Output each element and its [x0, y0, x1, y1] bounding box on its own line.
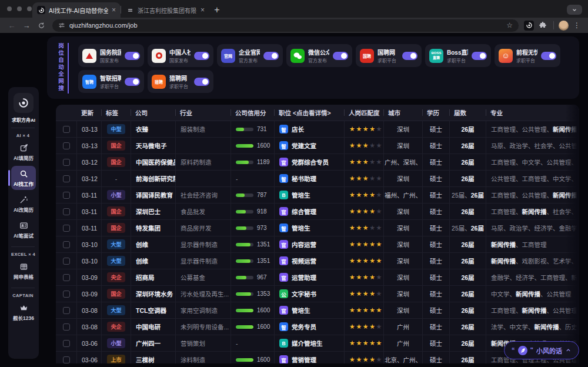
tab-close-icon[interactable]: × [112, 6, 116, 14]
row-checkbox[interactable] [63, 208, 70, 215]
row-checkbox[interactable] [63, 241, 70, 248]
job-title: 管培生 [292, 191, 310, 199]
row-checkbox[interactable] [63, 323, 70, 331]
window-close-button[interactable] [7, 6, 12, 11]
sidebar-item-label: 舰长1236 [13, 314, 34, 321]
row-checkbox[interactable] [63, 356, 70, 363]
star-icon: ★ [363, 241, 369, 248]
sidebar-item-table[interactable]: 网申表格 [11, 259, 36, 283]
grade: 26届 [449, 253, 486, 269]
job-title-cell[interactable]: 官内容运营 [274, 236, 344, 252]
job-title-cell[interactable]: 智党建文宣 [274, 138, 344, 154]
platform-toggle[interactable] [125, 78, 140, 86]
profile-avatar[interactable] [559, 21, 569, 31]
bookmark-star-icon[interactable]: ☆ [506, 21, 513, 29]
platform-toggle[interactable] [194, 52, 209, 60]
window-zoom-button[interactable] [27, 6, 32, 11]
table-body: 03-13中型衣臻服装制造731智店长★★★★★深圳硕士26届工商管理、公共管理… [56, 121, 579, 363]
row-date: 03-13 [76, 121, 101, 137]
credit-cell: 1353 [230, 286, 274, 302]
table-row: 03-06上市三棵树涂料制造1600官营销管理★★★★★北京、广州、硕士26届工… [56, 352, 579, 363]
grade: 26届 [449, 121, 486, 137]
grade: 25届、26届 [449, 220, 486, 236]
platform-toggle[interactable] [263, 52, 279, 60]
row-checkbox[interactable] [63, 142, 70, 149]
job-source-icon: 官 [279, 240, 288, 249]
tab-active[interactable]: AI找工作-AI自动替你全网找工… × [32, 2, 121, 18]
platform-cards: 国务院国资委国家发布中国人社部国家发布官网企业官网官方发布微信公众号官方发布国聘… [78, 44, 567, 93]
job-title-cell[interactable]: B管培生 [274, 187, 344, 203]
platform-toggle[interactable] [472, 52, 487, 60]
star-icon: ★ [349, 224, 356, 232]
credit-cell: - [230, 335, 274, 351]
job-title-cell[interactable]: 官营销管理 [274, 352, 344, 363]
job-title-cell[interactable]: 官运营助理 [274, 269, 344, 285]
sidebar-item-crown[interactable]: 舰长1236 [11, 300, 36, 324]
platform-toggle[interactable] [541, 52, 556, 60]
sidebar-item-search[interactable]: AI找工作 [11, 166, 36, 190]
platform-card-wechat: 微信公众号官方发布 [286, 44, 352, 67]
pinned-extension-icon[interactable] [524, 21, 534, 31]
degree: 硕士 [422, 302, 449, 318]
row-checkbox[interactable] [63, 126, 70, 133]
browser-menu-icon[interactable]: ⋮ [572, 21, 582, 29]
assistant-widget[interactable]: “ ” 小风的话 [504, 341, 579, 359]
new-tab-button[interactable]: + [209, 2, 225, 18]
job-title-cell[interactable]: B媒介管培生 [274, 335, 344, 351]
city: 广州 [383, 335, 422, 351]
star-icon: ★ [363, 191, 369, 199]
credit-bar [236, 292, 253, 296]
tab-close-icon[interactable]: × [201, 6, 205, 14]
sidebar-item-edit[interactable]: AI填简历 [11, 140, 36, 164]
platform-toggle[interactable] [402, 52, 417, 60]
row-checkbox[interactable] [63, 159, 70, 166]
star-icon: ★ [369, 208, 376, 215]
job-title-cell[interactable]: 公文字秘书 [274, 286, 344, 302]
window-minimize-button[interactable] [17, 6, 22, 11]
job-title-cell[interactable]: 智秘书助理 [274, 171, 344, 186]
match-stars: ★★★★★ [344, 171, 383, 186]
row-checkbox[interactable] [63, 258, 70, 265]
row-checkbox[interactable] [63, 192, 70, 199]
credit-bar-fill [236, 259, 250, 263]
job-title-cell[interactable]: 官党群综合专员 [274, 154, 344, 170]
row-checkbox[interactable] [63, 307, 70, 314]
tab-inactive[interactable]: 浙江吉利控股集团有限公司 - 校… × [121, 2, 209, 18]
sidebar-item-idcard[interactable]: AI笔面试 [11, 218, 36, 242]
job-title-cell[interactable]: 智党务专员 [274, 319, 344, 335]
star-icon: ★ [369, 306, 376, 314]
row-checkbox[interactable] [63, 340, 70, 347]
job-title-cell[interactable]: 智管培生 [274, 220, 344, 236]
job-title-cell[interactable]: 官视频运营 [274, 253, 344, 269]
row-checkbox[interactable] [63, 175, 70, 182]
row-checkbox[interactable] [63, 274, 70, 281]
address-bar[interactable]: qiuzhifangzhou.com/job ☆ [52, 19, 519, 32]
credit-cell: 973 [230, 220, 274, 236]
star-icon: ★ [376, 224, 383, 232]
job-title-cell[interactable]: 官管培生 [274, 302, 344, 318]
platform-toggle[interactable] [194, 78, 209, 86]
star-icon: ★ [376, 257, 383, 265]
job-title: 综合管理 [292, 207, 316, 216]
toggle-knob [133, 53, 139, 59]
reload-icon[interactable] [35, 19, 47, 31]
back-icon[interactable]: ← [6, 19, 18, 31]
star-icon: ★ [356, 158, 362, 166]
job-title-cell[interactable]: 官综合管理 [274, 203, 344, 219]
credit-bar [236, 358, 253, 362]
tab-search-button[interactable] [567, 5, 582, 15]
sidebar-item-label: AI笔面试 [14, 232, 34, 239]
platform-toggle[interactable] [333, 52, 348, 60]
industry: 原料药制造 [175, 154, 230, 170]
sidebar-item-label: AI填简历 [14, 154, 34, 161]
platform-toggle[interactable] [125, 52, 140, 60]
job-title-cell[interactable]: 智店长 [274, 121, 344, 137]
sidebar-item-wand[interactable]: AI改简历 [11, 192, 36, 216]
degree: 硕士 [422, 286, 449, 302]
row-checkbox[interactable] [63, 291, 70, 298]
row-checkbox[interactable] [63, 225, 70, 232]
extensions-icon[interactable] [537, 19, 549, 31]
chevron-up-icon [565, 347, 572, 353]
site-settings-icon[interactable] [58, 22, 65, 29]
forward-icon[interactable]: → [21, 19, 32, 31]
